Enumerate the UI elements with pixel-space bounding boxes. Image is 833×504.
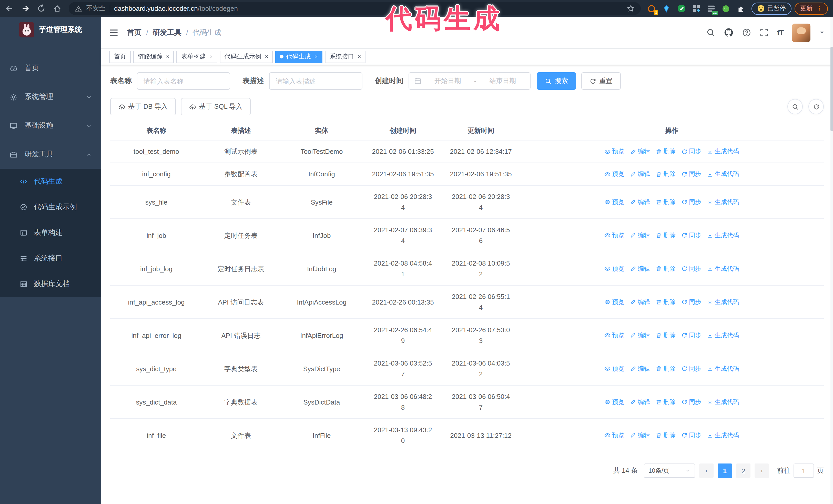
action-edit[interactable]: 编辑 <box>630 146 650 157</box>
table-name-input[interactable] <box>137 72 230 90</box>
action-generate[interactable]: 生成代码 <box>707 330 739 341</box>
action-delete[interactable]: 删除 <box>656 296 675 307</box>
home-icon[interactable] <box>53 4 62 13</box>
sidebar-subitem-codegen[interactable]: 代码生成 <box>0 169 101 194</box>
start-date-placeholder[interactable]: 开始日期 <box>426 76 470 86</box>
action-preview[interactable]: 预览 <box>604 296 624 307</box>
action-sync[interactable]: 同步 <box>681 363 701 374</box>
search-button[interactable]: 搜索 <box>537 72 576 90</box>
sidebar-item[interactable]: 研发工具 <box>0 140 101 169</box>
action-generate[interactable]: 生成代码 <box>707 230 739 241</box>
action-delete[interactable]: 删除 <box>656 263 675 274</box>
scrollbar-thumb[interactable] <box>830 47 833 131</box>
tab[interactable]: 表单构建 × <box>176 50 217 63</box>
date-range-picker[interactable]: 开始日期 - 结束日期 <box>408 72 530 90</box>
sidebar-subitem-badge[interactable]: 代码生成示例 <box>0 194 101 220</box>
paused-profile-badge[interactable]: 已暂停 <box>752 2 791 15</box>
action-preview[interactable]: 预览 <box>604 330 624 341</box>
action-edit[interactable]: 编辑 <box>630 263 650 274</box>
page-button-2[interactable]: 2 <box>736 463 751 478</box>
toggle-search-button[interactable] <box>787 99 803 114</box>
extension-grid-icon[interactable] <box>691 4 701 13</box>
action-delete[interactable]: 删除 <box>656 230 675 241</box>
action-preview[interactable]: 预览 <box>604 169 624 179</box>
close-icon[interactable]: × <box>358 54 361 59</box>
action-preview[interactable]: 预览 <box>604 263 624 274</box>
tab[interactable]: 代码生成 × <box>276 50 323 63</box>
address-bar[interactable]: 不安全 dashboard.yudao.iocoder.cn/tool/code… <box>69 2 641 15</box>
action-edit[interactable]: 编辑 <box>630 330 650 341</box>
action-edit[interactable]: 编辑 <box>630 363 650 374</box>
action-sync[interactable]: 同步 <box>681 430 701 441</box>
action-generate[interactable]: 生成代码 <box>707 397 739 407</box>
tab[interactable]: 首页 <box>109 50 131 63</box>
extension-gem-icon[interactable] <box>662 4 671 13</box>
action-delete[interactable]: 删除 <box>656 363 675 374</box>
breadcrumb-home[interactable]: 首页 <box>127 28 142 37</box>
action-edit[interactable]: 编辑 <box>630 169 650 179</box>
fullscreen-icon[interactable] <box>760 28 768 37</box>
action-delete[interactable]: 删除 <box>656 169 675 179</box>
action-edit[interactable]: 编辑 <box>630 230 650 241</box>
action-delete[interactable]: 删除 <box>656 430 675 441</box>
sidebar-item[interactable]: 系统管理 <box>0 82 101 111</box>
goto-page-input[interactable] <box>793 463 814 478</box>
action-delete[interactable]: 删除 <box>656 146 675 157</box>
help-icon[interactable] <box>742 28 751 37</box>
text-size-icon[interactable]: tT <box>777 28 783 37</box>
page-button-1[interactable]: 1 <box>718 463 732 478</box>
action-preview[interactable]: 预览 <box>604 363 624 374</box>
action-edit[interactable]: 编辑 <box>630 197 650 208</box>
action-sync[interactable]: 同步 <box>681 397 701 407</box>
sidebar-subitem-db[interactable]: 数据库文档 <box>0 271 101 297</box>
close-icon[interactable]: × <box>265 54 268 59</box>
extension-rows-icon[interactable]: on <box>706 4 716 13</box>
action-delete[interactable]: 删除 <box>656 330 675 341</box>
import-db-button[interactable]: 基于 DB 导入 <box>110 98 176 115</box>
refresh-table-button[interactable] <box>808 99 824 114</box>
action-sync[interactable]: 同步 <box>681 169 701 179</box>
end-date-placeholder[interactable]: 结束日期 <box>480 76 525 86</box>
action-edit[interactable]: 编辑 <box>630 430 650 441</box>
action-preview[interactable]: 预览 <box>604 397 624 407</box>
logo[interactable]: 芋道管理系统 <box>0 17 101 43</box>
reset-button[interactable]: 重置 <box>581 72 621 90</box>
import-sql-button[interactable]: 基于 SQL 导入 <box>181 98 251 115</box>
tab[interactable]: 链路追踪 × <box>133 50 174 63</box>
action-delete[interactable]: 删除 <box>656 197 675 208</box>
back-icon[interactable] <box>5 4 14 13</box>
scrollbar[interactable] <box>830 17 833 504</box>
action-generate[interactable]: 生成代码 <box>707 197 739 208</box>
browser-menu-icon[interactable]: ⋮ <box>816 6 822 11</box>
next-page-button[interactable]: › <box>755 463 769 478</box>
extension-green-icon[interactable] <box>721 4 731 13</box>
action-sync[interactable]: 同步 <box>681 230 701 241</box>
action-sync[interactable]: 同步 <box>681 296 701 307</box>
reload-icon[interactable] <box>37 4 46 13</box>
tab[interactable]: 代码生成示例 × <box>220 50 273 63</box>
action-sync[interactable]: 同步 <box>681 146 701 157</box>
avatar[interactable] <box>792 23 810 42</box>
sidebar-subitem-form[interactable]: 表单构建 <box>0 220 101 246</box>
github-icon[interactable] <box>724 28 734 38</box>
header-search-icon[interactable] <box>706 28 715 37</box>
action-sync[interactable]: 同步 <box>681 197 701 208</box>
bookmark-star-icon[interactable] <box>627 5 635 12</box>
action-generate[interactable]: 生成代码 <box>707 263 739 274</box>
action-preview[interactable]: 预览 <box>604 230 624 241</box>
action-preview[interactable]: 预览 <box>604 430 624 441</box>
action-preview[interactable]: 预览 <box>604 197 624 208</box>
breadcrumb-devtools[interactable]: 研发工具 <box>153 28 182 37</box>
action-generate[interactable]: 生成代码 <box>707 430 739 441</box>
hamburger-icon[interactable] <box>109 28 118 37</box>
avatar-caret-icon[interactable] <box>819 30 825 35</box>
action-delete[interactable]: 删除 <box>656 397 675 407</box>
extension-check-icon[interactable] <box>677 4 686 13</box>
prev-page-button[interactable]: ‹ <box>699 463 714 478</box>
action-edit[interactable]: 编辑 <box>630 296 650 307</box>
close-icon[interactable]: × <box>314 54 318 59</box>
extension-orange-icon[interactable]: 1 <box>647 4 656 13</box>
action-sync[interactable]: 同步 <box>681 263 701 274</box>
sidebar-subitem-sliders[interactable]: 系统接口 <box>0 246 101 271</box>
action-generate[interactable]: 生成代码 <box>707 169 739 179</box>
